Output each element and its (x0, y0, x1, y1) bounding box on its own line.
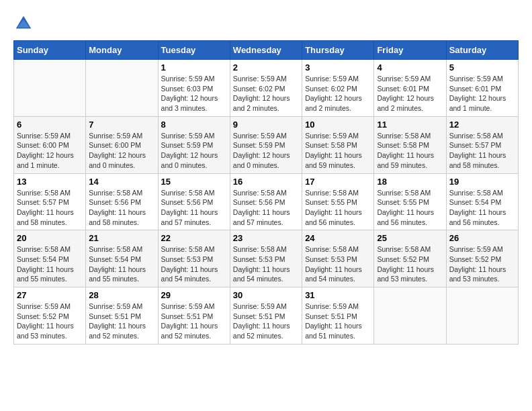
day-number: 24 (305, 233, 371, 243)
day-number: 19 (449, 177, 515, 187)
day-info: Sunrise: 5:59 AMSunset: 5:51 PMDaylight:… (89, 302, 154, 341)
day-number: 26 (449, 233, 515, 243)
day-number: 13 (17, 177, 83, 187)
calendar-cell: 23Sunrise: 5:58 AMSunset: 5:53 PMDayligh… (230, 230, 302, 287)
day-info: Sunrise: 5:58 AMSunset: 5:54 PMDaylight:… (449, 188, 515, 228)
day-number: 2 (233, 62, 299, 73)
calendar-cell: 3Sunrise: 5:59 AMSunset: 6:02 PMDaylight… (302, 60, 374, 117)
day-info: Sunrise: 5:58 AMSunset: 5:53 PMDaylight:… (233, 244, 299, 284)
calendar-cell: 2Sunrise: 5:59 AMSunset: 6:02 PMDaylight… (230, 60, 302, 117)
day-info: Sunrise: 5:58 AMSunset: 5:55 PMDaylight:… (377, 188, 443, 228)
day-header-thursday: Thursday (302, 41, 374, 60)
calendar-cell: 30Sunrise: 5:59 AMSunset: 5:51 PMDayligh… (230, 287, 302, 345)
calendar-cell: 15Sunrise: 5:58 AMSunset: 5:56 PMDayligh… (158, 173, 230, 230)
day-info: Sunrise: 5:59 AMSunset: 6:02 PMDaylight:… (233, 74, 299, 113)
day-number: 9 (233, 120, 299, 130)
calendar-cell (374, 287, 446, 345)
calendar-cell: 27Sunrise: 5:59 AMSunset: 5:52 PMDayligh… (14, 287, 86, 345)
logo-icon (13, 13, 34, 34)
calendar-cell: 19Sunrise: 5:58 AMSunset: 5:54 PMDayligh… (446, 173, 518, 230)
day-number: 4 (377, 62, 443, 73)
day-info: Sunrise: 5:58 AMSunset: 5:52 PMDaylight:… (377, 244, 443, 284)
day-info: Sunrise: 5:59 AMSunset: 5:59 PMDaylight:… (233, 131, 299, 171)
calendar-cell: 16Sunrise: 5:58 AMSunset: 5:56 PMDayligh… (230, 173, 302, 230)
day-info: Sunrise: 5:59 AMSunset: 5:51 PMDaylight:… (233, 302, 299, 341)
day-info: Sunrise: 5:58 AMSunset: 5:53 PMDaylight:… (305, 244, 371, 284)
calendar-cell: 11Sunrise: 5:58 AMSunset: 5:58 PMDayligh… (374, 116, 446, 173)
day-number: 25 (377, 233, 443, 243)
day-header-friday: Friday (374, 41, 446, 60)
day-number: 22 (161, 233, 227, 243)
calendar-cell: 26Sunrise: 5:59 AMSunset: 5:52 PMDayligh… (446, 230, 518, 287)
day-number: 20 (17, 233, 83, 243)
day-number: 31 (305, 290, 371, 300)
day-info: Sunrise: 5:59 AMSunset: 6:00 PMDaylight:… (17, 131, 83, 171)
day-info: Sunrise: 5:59 AMSunset: 6:02 PMDaylight:… (305, 74, 371, 113)
calendar-cell: 13Sunrise: 5:58 AMSunset: 5:57 PMDayligh… (14, 173, 86, 230)
day-info: Sunrise: 5:59 AMSunset: 5:58 PMDaylight:… (305, 131, 371, 171)
day-number: 28 (89, 290, 154, 300)
week-row-1: 1Sunrise: 5:59 AMSunset: 6:03 PMDaylight… (14, 60, 519, 117)
calendar-header-row: SundayMondayTuesdayWednesdayThursdayFrid… (14, 41, 519, 60)
day-info: Sunrise: 5:58 AMSunset: 5:57 PMDaylight:… (17, 188, 83, 228)
day-number: 16 (233, 177, 299, 187)
calendar-cell (86, 60, 158, 117)
day-number: 1 (161, 62, 227, 73)
day-info: Sunrise: 5:59 AMSunset: 6:03 PMDaylight:… (161, 74, 227, 113)
calendar-cell: 4Sunrise: 5:59 AMSunset: 6:01 PMDaylight… (374, 60, 446, 117)
day-info: Sunrise: 5:58 AMSunset: 5:56 PMDaylight:… (233, 188, 299, 228)
calendar-cell: 5Sunrise: 5:59 AMSunset: 6:01 PMDaylight… (446, 60, 518, 117)
calendar-cell: 29Sunrise: 5:59 AMSunset: 5:51 PMDayligh… (158, 287, 230, 345)
calendar-cell (446, 287, 518, 345)
day-info: Sunrise: 5:58 AMSunset: 5:54 PMDaylight:… (89, 244, 154, 284)
calendar-cell: 28Sunrise: 5:59 AMSunset: 5:51 PMDayligh… (86, 287, 158, 345)
day-info: Sunrise: 5:59 AMSunset: 6:00 PMDaylight:… (89, 131, 154, 171)
day-number: 5 (449, 62, 515, 73)
day-number: 17 (305, 177, 371, 187)
page-header (13, 13, 519, 34)
day-header-tuesday: Tuesday (158, 41, 230, 60)
day-number: 6 (17, 120, 83, 130)
day-info: Sunrise: 5:59 AMSunset: 5:51 PMDaylight:… (161, 302, 227, 341)
day-number: 23 (233, 233, 299, 243)
day-number: 7 (89, 120, 154, 130)
day-number: 8 (161, 120, 227, 130)
calendar-cell (14, 60, 86, 117)
calendar-cell: 24Sunrise: 5:58 AMSunset: 5:53 PMDayligh… (302, 230, 374, 287)
calendar-cell: 9Sunrise: 5:59 AMSunset: 5:59 PMDaylight… (230, 116, 302, 173)
day-number: 29 (161, 290, 227, 300)
logo (13, 13, 36, 34)
day-number: 10 (305, 120, 371, 130)
day-number: 27 (17, 290, 83, 300)
calendar-table: SundayMondayTuesdayWednesdayThursdayFrid… (13, 40, 519, 345)
day-number: 12 (449, 120, 515, 130)
day-number: 18 (377, 177, 443, 187)
calendar-cell: 18Sunrise: 5:58 AMSunset: 5:55 PMDayligh… (374, 173, 446, 230)
day-info: Sunrise: 5:58 AMSunset: 5:56 PMDaylight:… (161, 188, 227, 228)
day-info: Sunrise: 5:58 AMSunset: 5:53 PMDaylight:… (161, 244, 227, 284)
day-info: Sunrise: 5:58 AMSunset: 5:55 PMDaylight:… (305, 188, 371, 228)
day-number: 11 (377, 120, 443, 130)
calendar-cell: 14Sunrise: 5:58 AMSunset: 5:56 PMDayligh… (86, 173, 158, 230)
day-info: Sunrise: 5:59 AMSunset: 5:52 PMDaylight:… (449, 244, 515, 284)
day-number: 30 (233, 290, 299, 300)
day-info: Sunrise: 5:59 AMSunset: 5:59 PMDaylight:… (161, 131, 227, 171)
day-info: Sunrise: 5:58 AMSunset: 5:54 PMDaylight:… (17, 244, 83, 284)
day-header-wednesday: Wednesday (230, 41, 302, 60)
calendar-cell: 6Sunrise: 5:59 AMSunset: 6:00 PMDaylight… (14, 116, 86, 173)
day-info: Sunrise: 5:59 AMSunset: 5:51 PMDaylight:… (305, 302, 371, 341)
day-number: 21 (89, 233, 154, 243)
day-info: Sunrise: 5:59 AMSunset: 5:52 PMDaylight:… (17, 302, 83, 341)
day-number: 14 (89, 177, 154, 187)
day-number: 15 (161, 177, 227, 187)
calendar-cell: 7Sunrise: 5:59 AMSunset: 6:00 PMDaylight… (86, 116, 158, 173)
calendar-cell: 17Sunrise: 5:58 AMSunset: 5:55 PMDayligh… (302, 173, 374, 230)
calendar-cell: 8Sunrise: 5:59 AMSunset: 5:59 PMDaylight… (158, 116, 230, 173)
day-info: Sunrise: 5:58 AMSunset: 5:58 PMDaylight:… (377, 131, 443, 171)
day-number: 3 (305, 62, 371, 73)
day-info: Sunrise: 5:58 AMSunset: 5:57 PMDaylight:… (449, 131, 515, 171)
calendar-cell: 12Sunrise: 5:58 AMSunset: 5:57 PMDayligh… (446, 116, 518, 173)
calendar-cell: 22Sunrise: 5:58 AMSunset: 5:53 PMDayligh… (158, 230, 230, 287)
day-header-sunday: Sunday (14, 41, 86, 60)
calendar-cell: 31Sunrise: 5:59 AMSunset: 5:51 PMDayligh… (302, 287, 374, 345)
